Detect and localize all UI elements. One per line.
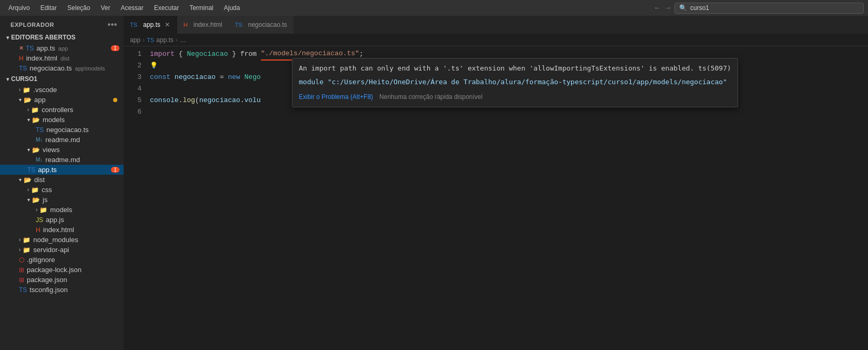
git-icon: ⬡ — [19, 256, 24, 264]
breadcrumb-separator2: › — [176, 36, 178, 44]
tree-index-html[interactable]: H index.html — [0, 225, 124, 235]
tree-app-js-label: app.js — [46, 216, 64, 224]
tab-close-button[interactable]: ✕ — [164, 20, 171, 29]
tree-readme-views[interactable]: M↓ readme.md — [0, 155, 124, 165]
md-icon: M↓ — [36, 157, 43, 163]
tree-negociacao-ts-label: negociacao.ts — [46, 126, 88, 134]
chevron-down-icon: ▾ — [6, 35, 9, 41]
folder-icon: 📁 — [39, 206, 47, 214]
js-icon: JS — [36, 216, 43, 224]
tree-js-models[interactable]: › 📁 models — [0, 205, 124, 215]
tree-controllers[interactable]: › 📁 controllers — [0, 105, 124, 115]
tree-readme-views-label: readme.md — [45, 156, 80, 164]
tree-dist[interactable]: ▾ 📂 dist — [0, 175, 124, 185]
sidebar: EXPLORADOR ••• ▾ EDITORES ABERTOS ✕ TS a… — [0, 16, 124, 350]
tree-node-modules[interactable]: › 📁 node_modules — [0, 235, 124, 245]
tooltip-module-path: module "c:/Users/Heito/OneDrive/Área de … — [299, 76, 731, 88]
sidebar-title: EXPLORADOR — [11, 22, 54, 28]
tab-index-html[interactable]: H index.html — [177, 16, 229, 34]
tree-js[interactable]: ▾ 📂 js — [0, 195, 124, 205]
tree-vscode[interactable]: › 📁 .vscode — [0, 85, 124, 95]
log-method: log — [183, 95, 195, 106]
var-negociacao: negociacao — [175, 72, 216, 83]
tree-app-js[interactable]: JS app.js — [0, 215, 124, 225]
tree-readme-models[interactable]: M↓ readme.md — [0, 135, 124, 145]
tab-app-ts[interactable]: TS app.ts ✕ — [124, 16, 177, 34]
tree-package-lock[interactable]: ⊞ package-lock.json — [0, 265, 124, 275]
folder-open-icon: 📂 — [24, 96, 32, 104]
code-editor[interactable]: 1 2 3 4 5 6 import { Negociacao } from "… — [124, 46, 868, 350]
tree-tsconfig-label: tsconfig.json — [29, 286, 67, 294]
warning-icon: 💡 — [150, 60, 158, 72]
back-button[interactable]: ← — [653, 3, 661, 13]
ts-icon: TS — [26, 45, 34, 52]
open-editor-appTs-path: app — [58, 45, 68, 52]
close-icon[interactable]: ✕ — [19, 45, 24, 52]
keyword-new: new — [228, 72, 240, 83]
dot2: . — [240, 95, 245, 106]
folder-open-icon: 📂 — [32, 146, 40, 154]
breadcrumb-app[interactable]: app — [130, 36, 140, 44]
chevron-right-icon: › — [19, 247, 21, 253]
tree-models[interactable]: ▾ 📂 models — [0, 115, 124, 125]
open-editor-indexHtml-path: dist — [60, 55, 69, 62]
menu-terminal[interactable]: Terminal — [185, 3, 217, 13]
tooltip-actions: Exibir o Problema (Alt+F8) Nenhuma corre… — [299, 91, 731, 103]
paren-open: ( — [195, 95, 199, 106]
section-open-editors[interactable]: ▾ EDITORES ABERTOS — [0, 32, 124, 43]
space — [257, 48, 261, 60]
breadcrumb-file[interactable]: app.ts — [156, 36, 174, 44]
tree-views-label: views — [43, 146, 60, 154]
menu-selecao[interactable]: Seleção — [63, 3, 94, 13]
tree-gitignore-label: .gitignore — [27, 256, 55, 264]
code-content[interactable]: import { Negociacao } from "./models/neg… — [150, 46, 868, 350]
tree-views[interactable]: ▾ 📂 views — [0, 145, 124, 155]
open-editor-negociacaoTs[interactable]: TS negociacao.ts app\models — [0, 63, 124, 73]
search-input[interactable] — [690, 4, 859, 12]
forward-button[interactable]: → — [664, 3, 672, 13]
open-editor-appTs-name: app.ts — [36, 44, 55, 52]
show-problem-link[interactable]: Exibir o Problema (Alt+F8) — [299, 91, 373, 103]
chevron-right-icon: › — [27, 187, 29, 193]
chevron-down-icon: ▾ — [27, 117, 30, 123]
tree-negociacao-ts[interactable]: TS negociacao.ts — [0, 125, 124, 135]
menu-arquivo[interactable]: Arquivo — [4, 3, 34, 13]
tree-app-ts[interactable]: TS app.ts 1 — [0, 165, 124, 175]
tree-tsconfig[interactable]: TS tsconfig.json — [0, 285, 124, 295]
tree-app-ts-label: app.ts — [38, 166, 56, 174]
ts-icon: TS — [36, 126, 44, 134]
tree-servidor-api-label: servidor-api — [33, 246, 69, 254]
menu-executar[interactable]: Executar — [150, 3, 183, 13]
html-icon: H — [19, 55, 24, 62]
sidebar-options-button[interactable]: ••• — [108, 20, 117, 29]
menu-ver[interactable]: Ver — [96, 3, 114, 13]
tree-vscode-label: .vscode — [33, 86, 57, 94]
folder-icon: 📁 — [31, 186, 39, 194]
tree-gitignore[interactable]: ⬡ .gitignore — [0, 255, 124, 265]
tree-app[interactable]: ▾ 📂 app — [0, 95, 124, 105]
open-editor-indexHtml[interactable]: H index.html dist — [0, 53, 124, 63]
menu-editar[interactable]: Editar — [36, 3, 61, 13]
global-search[interactable]: 🔍 — [674, 3, 864, 14]
brace-close: } — [228, 48, 240, 60]
keyword-from: from — [240, 48, 257, 60]
tree-package-json-label: package.json — [27, 276, 67, 284]
tree-package-json[interactable]: ⊞ package.json — [0, 275, 124, 285]
no-fix-label: Nenhuma correção rápida disponível — [379, 91, 482, 103]
folder-icon: 📁 — [31, 106, 39, 114]
tab-negociacao-ts[interactable]: TS negociacao.ts — [228, 16, 293, 34]
section-curso1[interactable]: ▾ CURSO1 — [0, 73, 124, 85]
search-icon: 🔍 — [679, 4, 687, 12]
chevron-right-icon: › — [19, 87, 21, 93]
tree-package-lock-label: package-lock.json — [27, 266, 82, 274]
tree-css[interactable]: › 📁 css — [0, 185, 124, 195]
menu-ajuda[interactable]: Ajuda — [220, 3, 245, 13]
npm-icon: ⊞ — [19, 276, 24, 284]
tree-app-label: app — [34, 96, 46, 104]
menu-acessar[interactable]: Acessar — [116, 3, 147, 13]
dot: . — [179, 95, 183, 106]
breadcrumb-ellipsis[interactable]: … — [180, 36, 186, 44]
open-editor-appTs[interactable]: ✕ TS app.ts app 1 — [0, 43, 124, 53]
chevron-right-icon: › — [27, 107, 29, 113]
tree-servidor-api[interactable]: › 📁 servidor-api — [0, 245, 124, 255]
